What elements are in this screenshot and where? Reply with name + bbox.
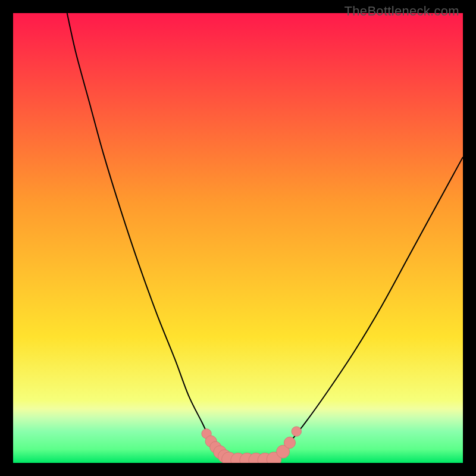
data-marker xyxy=(284,437,295,448)
data-marker xyxy=(292,427,301,436)
plot-area xyxy=(13,13,463,463)
bottleneck-chart xyxy=(13,13,463,463)
gradient-background xyxy=(13,13,463,463)
watermark-text: TheBottleneck.com xyxy=(345,4,459,19)
chart-frame: TheBottleneck.com xyxy=(0,0,476,476)
